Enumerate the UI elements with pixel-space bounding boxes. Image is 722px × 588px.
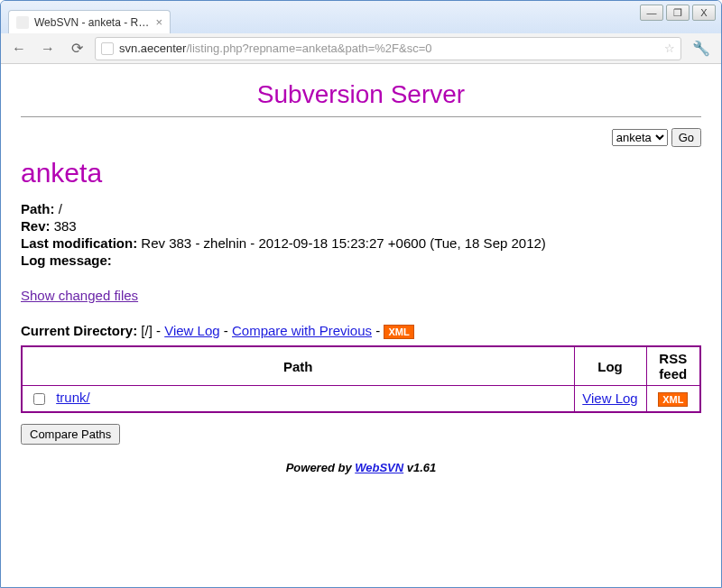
path-value: / — [55, 201, 62, 216]
info-rev: Rev: 383 — [21, 218, 701, 234]
url-domain: svn.aecenter — [119, 41, 186, 55]
row-checkbox[interactable] — [33, 393, 45, 405]
url-path: /listing.php?repname=anketa&path=%2F&sc=… — [186, 41, 431, 55]
reload-button[interactable]: ⟳ — [66, 38, 88, 60]
repo-select[interactable]: anketa — [612, 129, 668, 146]
repo-name: anketa — [21, 158, 701, 188]
sep: - — [220, 323, 232, 338]
browser-toolbar: ← → ⟳ svn.aecenter/listing.php?repname=a… — [1, 33, 721, 64]
lastmod-value: Rev 383 - zhelnin - 2012-09-18 15:23:27 … — [137, 235, 546, 251]
compare-previous-link[interactable]: Compare with Previous — [232, 323, 372, 338]
close-window-button[interactable]: X — [692, 5, 716, 21]
title-bar: WebSVN - anketa - Rev 383 × — ❐ X — [1, 1, 721, 33]
compare-paths-button[interactable]: Compare Paths — [21, 424, 120, 445]
go-button[interactable]: Go — [671, 128, 701, 147]
lastmod-label: Last modification: — [21, 235, 137, 251]
info-path: Path: / — [21, 201, 701, 216]
forward-button[interactable]: → — [37, 38, 59, 60]
favicon-icon — [16, 16, 29, 29]
maximize-button[interactable]: ❐ — [666, 5, 690, 21]
divider — [21, 116, 701, 117]
curdir-path: [/] - — [137, 323, 164, 338]
current-directory: Current Directory: [/] - View Log - Comp… — [21, 323, 701, 338]
logmsg-label: Log message: — [21, 253, 112, 268]
settings-icon[interactable]: 🔧 — [689, 40, 714, 57]
tab-title: WebSVN - anketa - Rev 383 — [34, 16, 150, 29]
window-controls: — ❐ X — [640, 5, 716, 21]
browser-window: WebSVN - anketa - Rev 383 × — ❐ X ← → ⟳ … — [0, 0, 722, 588]
sep: - — [372, 323, 384, 338]
row-xml-badge[interactable]: XML — [658, 392, 688, 407]
back-button[interactable]: ← — [8, 38, 30, 60]
rev-label: Rev: — [21, 218, 51, 234]
view-log-link[interactable]: View Log — [164, 323, 219, 338]
rev-value: 383 — [51, 218, 77, 234]
row-viewlog-link[interactable]: View Log — [582, 390, 637, 406]
info-lastmod: Last modification: Rev 383 - zhelnin - 2… — [21, 235, 701, 251]
curdir-label: Current Directory: — [21, 323, 137, 338]
repo-selector: anketa Go — [21, 128, 701, 147]
minimize-button[interactable]: — — [640, 5, 663, 21]
page-icon — [101, 42, 114, 55]
show-changed-files-link[interactable]: Show changed files — [21, 288, 138, 303]
url-bar[interactable]: svn.aecenter/listing.php?repname=anketa&… — [95, 37, 681, 60]
th-rss: RSS feed — [646, 346, 700, 386]
listing-table: Path Log RSS feed trunk/ View Log XML — [21, 345, 701, 413]
info-logmsg: Log message: — [21, 253, 701, 268]
th-log: Log — [574, 346, 646, 386]
page-content: Subversion Server anketa Go anketa Path:… — [1, 64, 721, 587]
footer-powered: Powered by — [286, 461, 356, 474]
xml-badge[interactable]: XML — [384, 325, 413, 339]
footer-version: v1.61 — [403, 461, 436, 474]
path-label: Path: — [21, 201, 55, 216]
footer-websvn-link[interactable]: WebSVN — [355, 461, 403, 474]
table-row: trunk/ View Log XML — [22, 386, 700, 412]
th-path: Path — [22, 346, 574, 386]
bookmark-icon[interactable]: ☆ — [664, 41, 675, 55]
browser-tab[interactable]: WebSVN - anketa - Rev 383 × — [8, 10, 171, 33]
footer: Powered by WebSVN v1.61 — [21, 461, 701, 474]
path-link[interactable]: trunk/ — [56, 390, 90, 405]
page-title: Subversion Server — [21, 80, 701, 109]
close-tab-icon[interactable]: × — [155, 15, 162, 29]
